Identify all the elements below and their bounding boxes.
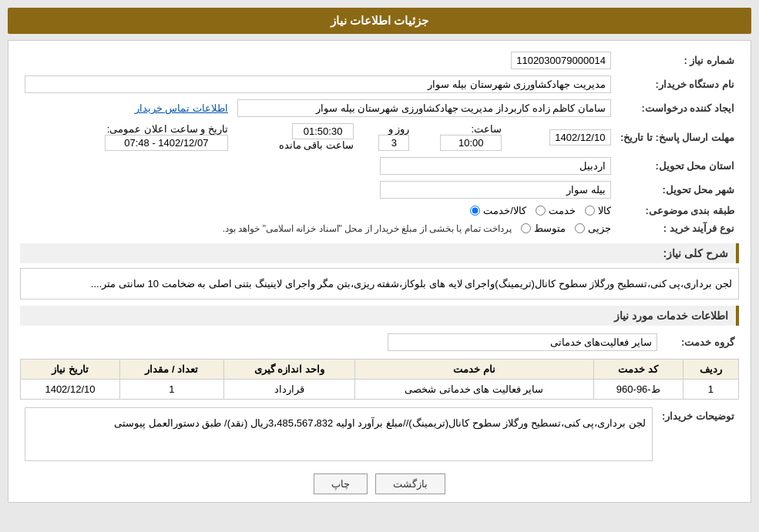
page-header: جزئیات اطلاعات نیاز — [8, 8, 751, 34]
purchase-type-label: نوع فرآیند خرید : — [616, 219, 739, 237]
info-table: شماره نیاز : 1102030079000014 نام دستگاه… — [20, 49, 739, 237]
buyer-notes-value: لجن برداری،پی کنی،تسطیح ورگلاز سطوح کانا… — [25, 407, 653, 461]
category-goods-service-radio[interactable] — [470, 206, 480, 216]
category-service-item: خدمت — [536, 205, 576, 216]
category-radio-group: کالا خدمت کالا/خدمت — [25, 205, 611, 216]
purchase-type-partial-label: جزیی — [588, 223, 611, 234]
city-value: بیله سوار — [380, 181, 611, 199]
creator-label: ایجاد کننده درخواست: — [616, 96, 739, 120]
services-table: ردیف کد خدمت نام خدمت واحد اندازه گیری ت… — [20, 359, 739, 400]
purchase-type-medium-label: متوسط — [534, 223, 566, 234]
category-service-radio[interactable] — [536, 206, 546, 216]
print-button[interactable]: چاپ — [314, 473, 368, 494]
announcement-label: تاریخ و ساعت اعلان عمومی: — [107, 123, 228, 135]
col-row: ردیف — [683, 360, 738, 380]
city-label: شهر محل تحویل: — [616, 178, 739, 202]
deadline-time-value: 10:00 — [440, 135, 502, 151]
contact-link[interactable]: اطلاعات تماس خریدار — [135, 102, 228, 114]
col-date: تاریخ نیاز — [21, 360, 120, 380]
service-group-label: گروه خدمت: — [662, 330, 739, 354]
purchase-type-note: پرداخت تمام یا بخشی از مبلغ خریدار از مح… — [223, 223, 512, 234]
buyer-notes-table: توضیحات خریدار: لجن برداری،پی کنی،تسطیح … — [20, 404, 739, 464]
service-group-table: گروه خدمت: سایر فعالیت‌های خدماتی — [20, 330, 739, 354]
reference-number-value: 1102030079000014 — [511, 52, 611, 69]
purchase-type-radio-group: جزیی متوسط پرداخت تمام یا بخشی از مبلغ خ… — [25, 223, 611, 234]
province-label: استان محل تحویل: — [616, 154, 739, 178]
deadline-label: مهلت ارسال پاسخ: تا تاریخ: — [616, 120, 739, 154]
buttons-row: بازگشت چاپ — [20, 473, 739, 494]
purchase-type-medium-radio[interactable] — [521, 223, 531, 233]
need-desc-section-title: شرح کلی نیاز: — [20, 243, 739, 263]
deadline-days-value: 3 — [378, 135, 409, 151]
buyer-notes-label: توضیحات خریدار: — [657, 404, 739, 464]
deadline-time-label: ساعت: — [472, 123, 502, 135]
main-content: شماره نیاز : 1102030079000014 نام دستگاه… — [8, 40, 751, 503]
need-desc-value: لجن برداری،پی کنی،تسطیح ورگلاز سطوح کانا… — [91, 278, 732, 289]
back-button[interactable]: بازگشت — [375, 473, 445, 494]
deadline-remaining-label: ساعت باقی مانده — [279, 139, 354, 151]
table-row: 1ط-96-960سایر فعالیت های خدماتی شخصیقرار… — [21, 380, 739, 400]
col-qty: تعداد / مقدار — [119, 360, 223, 380]
category-goods-radio[interactable] — [585, 206, 595, 216]
deadline-date-value: 1402/12/10 — [549, 129, 611, 146]
reference-number-label: شماره نیاز : — [616, 49, 739, 72]
category-goods-service-item: کالا/خدمت — [470, 205, 526, 216]
service-group-value: سایر فعالیت‌های خدماتی — [388, 333, 657, 351]
purchase-type-partial-radio[interactable] — [575, 223, 585, 233]
col-code: کد خدمت — [593, 360, 683, 380]
category-goods-label: کالا — [598, 205, 611, 216]
page-title: جزئیات اطلاعات نیاز — [331, 14, 428, 27]
buyer-org-value: مدیریت جهادکشاورزی شهرستان بیله سوار — [25, 75, 611, 93]
category-goods-item: کالا — [585, 205, 611, 216]
services-section-title: اطلاعات خدمات مورد نیاز — [20, 306, 739, 326]
purchase-type-partial-item: جزیی — [575, 223, 611, 234]
deadline-remaining-value: 01:50:30 — [292, 123, 354, 139]
creator-value: سامان کاظم زاده کاربرداز مدیریت جهادکشاو… — [237, 99, 611, 117]
category-label: طبقه بندی موضوعی: — [616, 202, 739, 219]
col-unit: واحد اندازه گیری — [223, 360, 354, 380]
purchase-type-medium-item: متوسط — [521, 223, 566, 234]
deadline-days-label: روز و — [388, 123, 410, 135]
announcement-value: 1402/12/07 - 07:48 — [105, 135, 228, 151]
need-desc-box: لجن برداری،پی کنی،تسطیح ورگلاز سطوح کانا… — [20, 268, 739, 299]
buyer-org-label: نام دستگاه خریدار: — [616, 72, 739, 96]
col-name: نام خدمت — [354, 360, 593, 380]
province-value: اردبیل — [380, 157, 611, 175]
category-service-label: خدمت — [549, 205, 576, 216]
category-goods-service-label: کالا/خدمت — [483, 205, 526, 216]
